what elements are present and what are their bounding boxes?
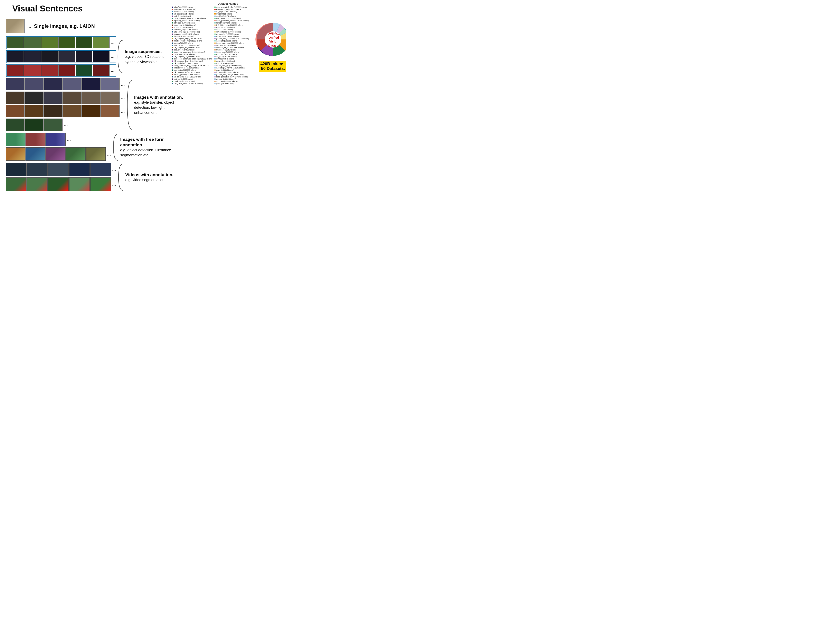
pose-img-1 xyxy=(6,78,25,90)
dataset-item: laion (380.0000B tokens) xyxy=(172,6,212,8)
sequences-row: ... ... xyxy=(4,36,282,77)
ff2-img-2 xyxy=(26,147,46,161)
freeform-row-2: ... xyxy=(6,147,112,161)
det-img-2 xyxy=(25,92,44,104)
seq-img-3 xyxy=(41,37,58,48)
pose-img-6 xyxy=(101,78,120,90)
xmas-img-5 xyxy=(75,65,92,76)
single-image-1 xyxy=(6,19,25,33)
dataset-item: coco_generated_edge (0.3028B tokens) xyxy=(214,6,249,8)
ff2-img-4 xyxy=(66,147,85,161)
det-img-6 xyxy=(101,92,120,104)
videos-label: Videos with annotation, xyxy=(125,172,173,177)
piano-img-6 xyxy=(93,51,110,62)
video-row-1: ... xyxy=(6,163,117,176)
sequence-row-2: ... xyxy=(6,50,116,63)
ff-dots-2: ... xyxy=(106,151,112,157)
single-images-row: ... Single images, e.g. LAION xyxy=(4,18,282,35)
sequence-row-1: ... xyxy=(6,36,116,49)
xmas-img-2 xyxy=(24,65,41,76)
piano-img-3 xyxy=(41,51,58,62)
vid-dots-1: ... xyxy=(112,167,117,172)
swan-img-2 xyxy=(27,177,48,191)
videos-brace-svg xyxy=(118,163,124,192)
freeform-label: Images with free form annotation, xyxy=(120,136,172,148)
ff-dots-1: ... xyxy=(66,137,72,142)
annot-dots-4: ... xyxy=(63,122,69,127)
freeform-brace-svg xyxy=(112,133,118,161)
annot-dots-1: ... xyxy=(120,82,125,87)
videos-row: ... ... Videos with annotation, e.g. vi xyxy=(4,163,282,192)
annot-row-2: ... xyxy=(6,92,125,104)
seq-img-4 xyxy=(58,37,75,48)
dataset-item: kinetics700_s8 (2.3640B tokens) xyxy=(214,8,249,10)
extra-img-3 xyxy=(44,118,62,131)
freeform-images: ... ... xyxy=(6,133,112,161)
sequences-label-block: Image sequences, e.g. videos, 3D rotatio… xyxy=(123,49,176,64)
xmas-img-1 xyxy=(7,65,24,76)
style-img-1 xyxy=(6,105,25,117)
dataset-item: i1k_seg (1.3211B tokens) xyxy=(172,13,212,15)
freeform-row-1: ... xyxy=(6,133,112,146)
ff-img-3 xyxy=(46,133,66,146)
xmas-img-4 xyxy=(58,65,75,76)
det-img-1 xyxy=(6,92,25,104)
extra-img-1 xyxy=(6,118,25,131)
videos-images: ... ... xyxy=(6,163,117,192)
annot-dots-3: ... xyxy=(120,108,125,114)
pose-img-3 xyxy=(44,78,62,90)
ff2-img-1 xyxy=(6,147,26,161)
freeform-sublabel: e.g. object detection + instance segment… xyxy=(120,148,172,158)
ff-img-2 xyxy=(26,133,46,146)
chart-title: Dataset Names xyxy=(218,2,238,5)
pose-img-5 xyxy=(82,78,100,90)
xmas-img-6 xyxy=(93,65,110,76)
det-img-4 xyxy=(63,92,82,104)
sequences-brace-svg xyxy=(117,39,123,74)
dataset-item: multisports (0.0784B tokens) xyxy=(172,8,212,10)
videos-sublabel: e.g. video segmentation xyxy=(125,177,173,182)
swan-img-5 xyxy=(90,177,111,191)
ff2-img-3 xyxy=(46,147,66,161)
sequences-sublabel: e.g. videos, 3D rotations, synthetic vie… xyxy=(125,54,176,64)
seq-img-2 xyxy=(24,37,41,48)
dataset-item: ade20k (0.0517B tokens) xyxy=(214,15,249,17)
video-row-2: ... xyxy=(6,177,117,191)
pose-img-4 xyxy=(63,78,82,90)
single-images-group: ... Single images, e.g. LAION xyxy=(6,18,95,35)
sequences-images: ... ... xyxy=(6,36,116,77)
freeform-label-block: Images with free form annotation, e.g. o… xyxy=(118,136,172,158)
single-images-label: Single images, e.g. LAION xyxy=(34,23,95,29)
page-wrapper: Visual Sentences Dataset Names laion (38… xyxy=(0,0,286,192)
annotation-label: Images with annotation, xyxy=(134,94,185,100)
seq-dots-3: ... xyxy=(110,68,115,73)
style-img-3 xyxy=(44,105,62,117)
single-dots: ... xyxy=(26,23,32,29)
annotation-sublabel: e.g. style transfer, object detection, l… xyxy=(134,100,185,115)
piano-img-5 xyxy=(75,51,92,62)
annot-row-1: ... xyxy=(6,78,125,90)
ff2-img-5 xyxy=(86,147,106,161)
vid-dots-2: ... xyxy=(112,181,117,187)
style-img-2 xyxy=(25,105,44,117)
dataset-item: kitti (0.0092B tokens) xyxy=(214,13,249,15)
style-img-5 xyxy=(82,105,100,117)
seq-img-5 xyxy=(75,37,92,48)
seq-dots-1: ... xyxy=(110,40,115,45)
extra-img-2 xyxy=(25,118,44,131)
main-content: ... Single images, e.g. LAION ... xyxy=(0,16,286,192)
vid-img-1 xyxy=(6,163,26,176)
det-img-3 xyxy=(44,92,62,104)
piano-img-2 xyxy=(24,51,41,62)
vid-img-5 xyxy=(90,163,111,176)
det-img-5 xyxy=(82,92,100,104)
xmas-img-3 xyxy=(41,65,58,76)
dataset-item: denoise (0.2458B tokens) xyxy=(172,11,212,13)
sequence-row-3: ... xyxy=(6,64,116,77)
seq-dots-2: ... xyxy=(110,54,115,59)
annotation-brace-svg xyxy=(126,79,133,130)
vid-img-3 xyxy=(48,163,69,176)
piano-img-1 xyxy=(7,51,24,62)
style-img-6 xyxy=(101,105,120,117)
annotation-row: ... ... xyxy=(4,78,282,131)
